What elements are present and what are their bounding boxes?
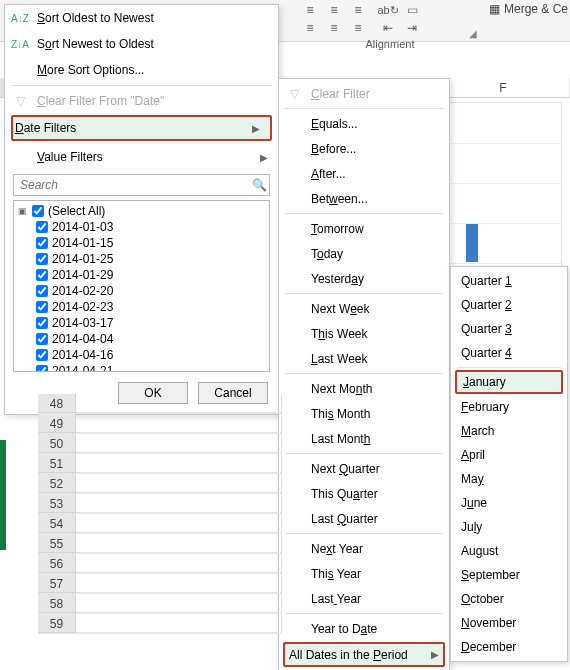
date-checkbox[interactable] xyxy=(36,301,48,313)
date-row[interactable]: 2014-02-23 xyxy=(18,299,265,315)
cell[interactable] xyxy=(76,574,282,593)
date-filter-before[interactable]: Before... xyxy=(279,136,449,161)
period-june[interactable]: June xyxy=(451,491,567,515)
date-filter-yesterday[interactable]: Yesterday xyxy=(279,266,449,291)
period-february[interactable]: February xyxy=(451,395,567,419)
cell[interactable] xyxy=(76,514,282,533)
date-row[interactable]: 2014-01-03 xyxy=(18,219,265,235)
all-dates-in-period-submenu[interactable]: All Dates in the Period ▶ xyxy=(283,642,445,667)
merge-cells-button[interactable]: ▦ Merge & Ce xyxy=(489,2,568,16)
search-icon[interactable]: 🔍 xyxy=(249,178,269,192)
date-row[interactable]: 2014-02-20 xyxy=(18,283,265,299)
date-filter-last-week[interactable]: Last Week xyxy=(279,346,449,371)
date-row[interactable]: 2014-01-15 xyxy=(18,235,265,251)
row-header[interactable]: 57 xyxy=(38,574,76,593)
filter-search[interactable]: 🔍 xyxy=(13,174,270,196)
period-september[interactable]: September xyxy=(451,563,567,587)
cell[interactable] xyxy=(76,414,282,433)
date-row[interactable]: 2014-03-17 xyxy=(18,315,265,331)
date-checkbox[interactable] xyxy=(36,285,48,297)
year-to-date[interactable]: Year to Date xyxy=(279,616,449,641)
period-august[interactable]: August xyxy=(451,539,567,563)
date-checkbox[interactable] xyxy=(36,237,48,249)
align-bottom-icon[interactable]: ≡ xyxy=(347,2,369,18)
dialog-launcher-icon[interactable]: ◢ xyxy=(469,28,481,40)
period-quarter-3[interactable]: Quarter 3 xyxy=(451,317,567,341)
period-january[interactable]: January xyxy=(455,370,563,394)
sort-oldest-newest[interactable]: A↓Z Sort Oldest to Newest xyxy=(5,5,278,31)
date-filter-next-week[interactable]: Next Week xyxy=(279,296,449,321)
date-filter-this-quarter[interactable]: This Quarter xyxy=(279,481,449,506)
filter-checkbox-list[interactable]: ▣ (Select All) 2014-01-032014-01-152014-… xyxy=(13,200,270,372)
period-quarter-1[interactable]: Quarter 1 xyxy=(451,269,567,293)
date-checkbox[interactable] xyxy=(36,221,48,233)
date-filters-submenu[interactable]: Date Filters ▶ xyxy=(11,115,272,141)
period-quarter-4[interactable]: Quarter 4 xyxy=(451,341,567,365)
decrease-indent-icon[interactable]: ⇤ xyxy=(377,20,399,36)
orientation-icon[interactable]: ab↻ xyxy=(377,2,399,18)
date-filter-between[interactable]: Between... xyxy=(279,186,449,211)
date-checkbox[interactable] xyxy=(36,349,48,361)
date-filter-this-year[interactable]: This Year xyxy=(279,561,449,586)
column-header-f[interactable]: F xyxy=(437,78,570,97)
period-july[interactable]: July xyxy=(451,515,567,539)
cell[interactable] xyxy=(76,594,282,613)
date-row[interactable]: 2014-01-25 xyxy=(18,251,265,267)
period-quarter-2[interactable]: Quarter 2 xyxy=(451,293,567,317)
date-filter-equals[interactable]: Equals... xyxy=(279,111,449,136)
row-header[interactable]: 51 xyxy=(38,454,76,473)
date-row[interactable]: 2014-04-04 xyxy=(18,331,265,347)
row-header[interactable]: 50 xyxy=(38,434,76,453)
value-filters-submenu[interactable]: Value Filters ▶ xyxy=(5,144,278,170)
date-filter-last-month[interactable]: Last Month xyxy=(279,426,449,451)
cell[interactable] xyxy=(76,474,282,493)
sort-newest-oldest[interactable]: Z↓A Sort Newest to Oldest xyxy=(5,31,278,57)
row-header[interactable]: 59 xyxy=(38,614,76,633)
period-october[interactable]: October xyxy=(451,587,567,611)
date-row[interactable]: 2014-04-16 xyxy=(18,347,265,363)
align-center-icon[interactable]: ≡ xyxy=(323,20,345,36)
collapse-icon[interactable]: ▣ xyxy=(18,206,28,216)
date-checkbox[interactable] xyxy=(36,333,48,345)
wrap-text-icon[interactable]: ▭ xyxy=(401,2,423,18)
cell[interactable] xyxy=(76,454,282,473)
period-march[interactable]: March xyxy=(451,419,567,443)
cell[interactable] xyxy=(76,394,282,413)
date-filter-last-quarter[interactable]: Last Quarter xyxy=(279,506,449,531)
select-all-row[interactable]: ▣ (Select All) xyxy=(18,203,265,219)
row-header[interactable]: 53 xyxy=(38,494,76,513)
period-april[interactable]: April xyxy=(451,443,567,467)
date-checkbox[interactable] xyxy=(36,253,48,265)
date-filter-next-month[interactable]: Next Month xyxy=(279,376,449,401)
period-december[interactable]: December xyxy=(451,635,567,659)
row-header[interactable]: 48 xyxy=(38,394,76,413)
align-middle-icon[interactable]: ≡ xyxy=(323,2,345,18)
align-right-icon[interactable]: ≡ xyxy=(347,20,369,36)
cell[interactable] xyxy=(76,534,282,553)
search-input[interactable] xyxy=(14,178,249,192)
date-filter-this-week[interactable]: This Week xyxy=(279,321,449,346)
date-filter-this-month[interactable]: This Month xyxy=(279,401,449,426)
row-header[interactable]: 49 xyxy=(38,414,76,433)
align-top-icon[interactable]: ≡ xyxy=(299,2,321,18)
row-header[interactable]: 52 xyxy=(38,474,76,493)
date-checkbox[interactable] xyxy=(36,317,48,329)
more-sort-options[interactable]: More Sort Options... xyxy=(5,57,278,83)
date-filter-after[interactable]: After... xyxy=(279,161,449,186)
select-all-checkbox[interactable] xyxy=(32,205,44,217)
date-checkbox[interactable] xyxy=(36,365,48,372)
period-may[interactable]: May xyxy=(451,467,567,491)
date-filter-today[interactable]: Today xyxy=(279,241,449,266)
increase-indent-icon[interactable]: ⇥ xyxy=(401,20,423,36)
cell[interactable] xyxy=(76,614,282,633)
date-filter-next-quarter[interactable]: Next Quarter xyxy=(279,456,449,481)
row-header[interactable]: 58 xyxy=(38,594,76,613)
date-checkbox[interactable] xyxy=(36,269,48,281)
date-filter-last-year[interactable]: Last Year xyxy=(279,586,449,611)
date-row[interactable]: 2014-01-29 xyxy=(18,267,265,283)
row-header[interactable]: 55 xyxy=(38,534,76,553)
date-filter-next-year[interactable]: Next Year xyxy=(279,536,449,561)
date-filter-tomorrow[interactable]: Tomorrow xyxy=(279,216,449,241)
date-row[interactable]: 2014-04-21 xyxy=(18,363,265,372)
align-left-icon[interactable]: ≡ xyxy=(299,20,321,36)
